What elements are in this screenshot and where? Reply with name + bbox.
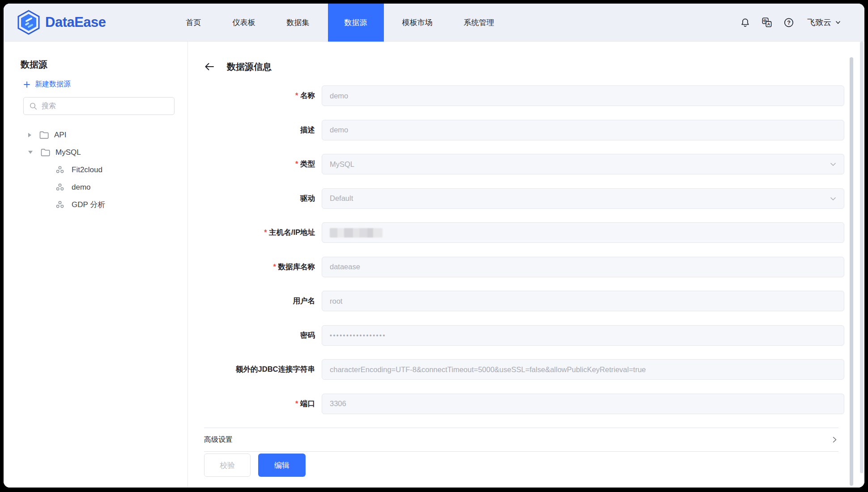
nav-tab-template-market[interactable]: 模板市场 [389,4,446,42]
tree-folder-mysql[interactable]: MySQL [4,144,187,161]
tree-folder-api[interactable]: API [4,126,187,144]
brand-name: DataEase [45,14,106,30]
field-label: 额外的JDBC连接字符串 [188,365,315,374]
field-label: 名称 [188,91,315,101]
datasource-cluster-icon [56,183,64,191]
tree-item-label: demo [72,183,91,192]
field-label: 驱动 [188,194,315,204]
form-row-host: 主机名/IP地址 [188,222,864,243]
name-field[interactable]: demo [322,85,844,106]
arrow-left-icon [204,62,215,72]
user-menu[interactable]: 飞致云 [807,17,841,28]
driver-select[interactable]: Default [322,188,844,209]
help-question-icon[interactable]: ? [783,17,794,28]
sidebar-search-box[interactable] [23,97,174,115]
caret-down-icon[interactable] [28,151,33,154]
user-name: 飞致云 [807,17,831,28]
field-label: 密码 [188,331,315,340]
description-field[interactable]: demo [322,120,844,140]
brand-logo[interactable]: DataEase [17,10,106,35]
form-row-driver: 驱动 Default [188,188,864,209]
chevron-down-icon [829,195,837,203]
window-scrollbar[interactable] [860,42,864,473]
chevron-down-icon [829,160,837,168]
folder-icon [41,148,50,157]
form-row-jdbc: 额外的JDBC连接字符串 characterEncoding=UTF-8&con… [188,359,864,380]
username-field[interactable]: root [322,291,844,311]
form-row-type: 类型 MySQL [188,154,864,174]
nav-tab-dataset[interactable]: 数据集 [274,4,323,42]
edit-button[interactable]: 编辑 [258,454,306,477]
caret-right-icon[interactable] [28,133,31,137]
search-icon [29,102,38,110]
password-field[interactable]: ••••••••••••••••• [322,325,844,346]
nav-tab-datasource[interactable]: 数据源 [328,4,384,42]
sidebar-title: 数据源 [21,58,187,71]
search-input[interactable] [42,102,169,110]
form-row-description: 描述 demo [188,120,864,140]
datasource-detail-panel: 数据源信息 名称 demo 描述 demo 类型 MySQL 驱动 [188,42,864,488]
advanced-settings-toggle[interactable]: 高级设置 [204,428,838,452]
advanced-settings-label: 高级设置 [204,435,233,445]
tree-item-label: Fit2cloud [72,165,102,174]
new-datasource-button[interactable]: 新建数据源 [23,80,187,89]
content-scrollbar-thumb[interactable] [850,57,853,486]
chevron-down-icon [835,19,841,25]
nav-tabs: 首页 仪表板 数据集 数据源 模板市场 系统管理 [173,4,507,42]
form-row-database: 数据库名称 dataease [188,257,864,277]
tree-item-fit2cloud[interactable]: Fit2cloud [4,161,187,178]
field-label: 描述 [188,125,315,135]
host-field[interactable] [322,222,844,243]
notification-bell-icon[interactable] [740,17,750,28]
form-row-password: 密码 ••••••••••••••••• [188,325,864,346]
datasource-cluster-icon [56,166,64,174]
svg-text:?: ? [787,19,791,25]
datasource-sidebar: 数据源 新建数据源 API MySQL [4,42,188,488]
datasource-form: 名称 demo 描述 demo 类型 MySQL 驱动 Default [188,85,864,414]
validate-button[interactable]: 校验 [204,454,251,477]
nav-tab-home[interactable]: 首页 [173,4,214,42]
app-window: DataEase 首页 仪表板 数据集 数据源 模板市场 系统管理 中 [4,4,864,488]
new-datasource-label: 新建数据源 [35,80,71,89]
form-row-port: 端口 3306 [188,394,864,414]
datasource-tree: API MySQL Fit2cloud demo [4,126,187,213]
navbar-right-actions: 中 A ? 飞致云 [740,17,841,28]
tree-item-label: GDP 分析 [72,199,105,210]
tree-folder-label: MySQL [55,148,81,157]
translate-language-icon[interactable]: 中 A [762,17,772,28]
plus-icon [23,81,30,88]
field-value: Default [330,194,353,203]
form-row-username: 用户名 root [188,291,864,311]
field-value: root [330,297,342,305]
detail-header: 数据源信息 [204,60,864,73]
field-value: dataease [330,263,360,271]
jdbc-string-field[interactable]: characterEncoding=UTF-8&connectTimeout=5… [322,359,844,380]
redacted-host-value [330,228,383,238]
form-row-name: 名称 demo [188,85,864,106]
nav-tab-system-admin[interactable]: 系统管理 [451,4,507,42]
nav-tab-dashboard[interactable]: 仪表板 [220,4,268,42]
field-label: 端口 [188,399,315,409]
svg-text:A: A [767,22,770,26]
dataease-logo-icon [17,10,40,35]
datasource-cluster-icon [56,201,64,208]
type-select[interactable]: MySQL [322,154,844,174]
field-value: MySQL [330,160,354,169]
tree-item-demo[interactable]: demo [4,178,187,196]
back-arrow-button[interactable] [204,62,215,72]
field-value: 3306 [330,399,346,408]
port-field[interactable]: 3306 [322,394,844,414]
field-value: demo [330,92,348,100]
field-label: 主机名/IP地址 [188,228,315,238]
database-name-field[interactable]: dataease [322,257,844,277]
field-label: 用户名 [188,296,315,306]
field-value: ••••••••••••••••• [330,332,386,339]
chevron-right-icon [830,436,838,444]
field-value: characterEncoding=UTF-8&connectTimeout=5… [330,365,646,374]
form-actions: 校验 编辑 [204,454,864,477]
field-label: 类型 [188,159,315,169]
page-title: 数据源信息 [227,61,272,73]
tree-item-gdp-analysis[interactable]: GDP 分析 [4,196,187,213]
tree-folder-label: API [54,131,66,140]
field-value: demo [330,126,348,134]
